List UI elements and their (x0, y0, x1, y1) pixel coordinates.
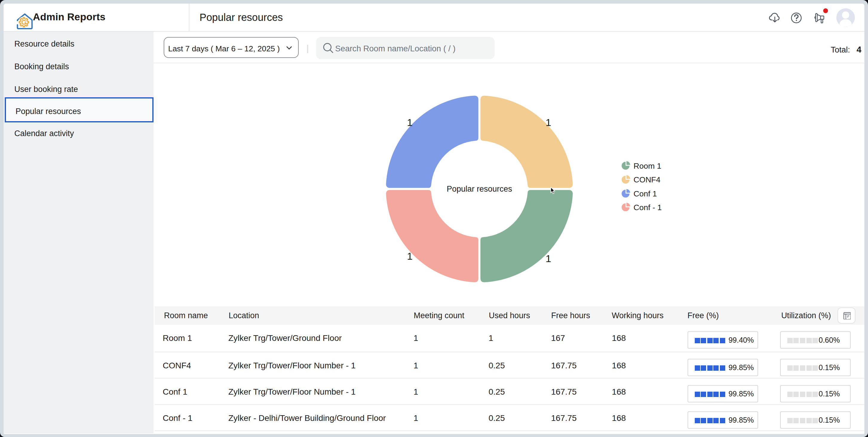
svg-text:1: 1 (407, 117, 413, 128)
svg-text:Popular resources: Popular resources (446, 184, 512, 194)
svg-text:CONF4: CONF4 (633, 175, 660, 184)
svg-text:1: 1 (546, 253, 551, 264)
svg-text:1: 1 (546, 117, 551, 128)
svg-text:Conf - 1: Conf - 1 (633, 203, 662, 212)
svg-text:1: 1 (407, 250, 413, 262)
svg-text:Room 1: Room 1 (633, 162, 661, 170)
svg-text:Conf 1: Conf 1 (633, 189, 657, 198)
